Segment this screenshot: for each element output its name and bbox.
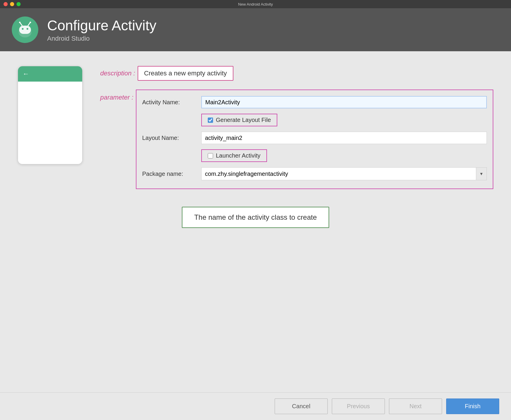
parameter-box: Activity Name: Generate Layout File Layo… (136, 90, 494, 189)
activity-name-row: Activity Name: (142, 96, 487, 108)
window-title: New Android Activity (238, 2, 273, 6)
header-subtitle: Android Studio (47, 35, 156, 42)
svg-point-7 (27, 28, 28, 30)
generate-layout-checkbox-container: Generate Layout File (201, 114, 278, 126)
title-bar: New Android Activity (0, 0, 511, 8)
launcher-activity-label: Launcher Activity (216, 152, 261, 159)
phone-preview: ← (18, 66, 83, 164)
cancel-button[interactable]: Cancel (275, 398, 328, 414)
app-logo (12, 16, 38, 43)
layout-name-row: Layout Name: (142, 132, 487, 144)
main-content: ← description : Creates a new empty acti… (0, 51, 511, 392)
previous-button[interactable]: Previous (332, 398, 385, 414)
description-value: Creates a new empty activity (138, 66, 233, 81)
header-text: Configure Activity Android Studio (47, 17, 156, 42)
hint-area: The name of the activity class to create (182, 207, 329, 228)
launcher-activity-container: Launcher Activity (201, 149, 267, 162)
svg-line-1 (20, 23, 22, 26)
generate-layout-row: Generate Layout File (142, 114, 487, 126)
package-input-wrapper: ▼ (201, 167, 487, 180)
package-dropdown-button[interactable]: ▼ (476, 168, 487, 180)
back-arrow-icon: ← (23, 70, 29, 78)
launcher-activity-checkbox[interactable] (208, 153, 213, 158)
footer: Cancel Previous Next Finish (0, 392, 511, 420)
parameter-section: parameter : Activity Name: Generate Layo… (100, 90, 493, 189)
launcher-activity-row: Launcher Activity (142, 149, 487, 162)
package-name-label: Package name: (142, 171, 201, 177)
close-button[interactable] (4, 2, 8, 6)
layout-name-input[interactable] (201, 132, 487, 144)
description-row: description : Creates a new empty activi… (100, 66, 493, 81)
window-controls (4, 2, 21, 6)
svg-point-4 (30, 22, 31, 23)
package-name-input[interactable] (202, 168, 476, 180)
generate-layout-checkbox[interactable] (208, 118, 213, 123)
android-logo-icon (16, 21, 34, 39)
svg-point-2 (19, 22, 21, 23)
svg-rect-5 (19, 26, 31, 34)
parameter-label: parameter : (100, 90, 133, 101)
phone-body (18, 82, 82, 164)
activity-name-label: Activity Name: (142, 99, 201, 106)
phone-frame: ← (18, 66, 83, 164)
hint-box: The name of the activity class to create (182, 207, 329, 228)
svg-point-6 (22, 28, 24, 30)
svg-line-3 (28, 23, 30, 26)
maximize-button[interactable] (17, 2, 21, 6)
next-button[interactable]: Next (389, 398, 442, 414)
description-label: description : (100, 70, 135, 77)
generate-layout-label: Generate Layout File (216, 117, 271, 123)
layout-name-label: Layout Name: (142, 135, 201, 141)
content-area: ← description : Creates a new empty acti… (18, 66, 493, 189)
finish-button[interactable]: Finish (446, 398, 499, 414)
header-title: Configure Activity (47, 17, 156, 34)
phone-header-bar: ← (18, 66, 82, 82)
package-name-row: Package name: ▼ (142, 167, 487, 180)
minimize-button[interactable] (10, 2, 14, 6)
hint-text: The name of the activity class to create (194, 213, 317, 221)
form-area: description : Creates a new empty activi… (100, 66, 493, 189)
header: Configure Activity Android Studio (0, 8, 511, 51)
activity-name-input[interactable] (201, 96, 487, 108)
